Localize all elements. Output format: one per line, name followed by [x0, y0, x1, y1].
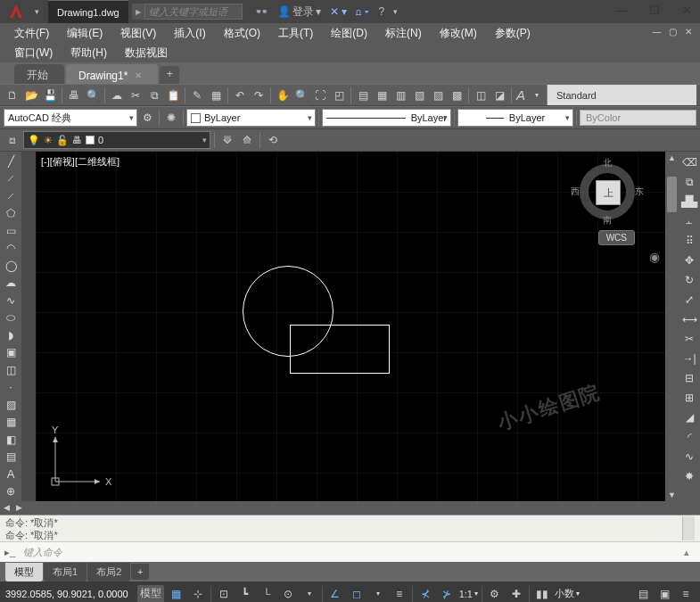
command-input[interactable]: 键入命令 — [20, 546, 684, 559]
gear2-icon[interactable]: ⚙ — [486, 585, 504, 603]
rotate-icon[interactable]: ↻ — [680, 271, 698, 289]
command-grip-icon[interactable]: ▴ — [684, 547, 700, 558]
ellipse-arc-icon[interactable]: ◗ — [2, 327, 20, 343]
polygon-icon[interactable]: ⬠ — [2, 206, 20, 222]
clean-screen-icon[interactable]: ▣ — [655, 585, 673, 603]
color-dropdown[interactable]: ByLayer▾ — [186, 109, 316, 127]
minimize-button[interactable]: — — [614, 4, 630, 17]
nav-bar-icon[interactable]: ◉ — [649, 250, 660, 264]
mdi-controls[interactable]: — ▢ ✕ — [652, 27, 695, 37]
help-chev-icon[interactable]: ▾ — [393, 7, 398, 16]
addsel-icon[interactable]: ⊕ — [2, 484, 20, 500]
circle-icon[interactable]: ◯ — [2, 258, 20, 274]
explode-icon[interactable]: ✸ — [680, 467, 698, 485]
status-coords[interactable]: 3992.0585, 90.9021, 0.0000 — [5, 589, 128, 599]
polar-icon[interactable]: ⊙ — [279, 585, 297, 603]
style-chev-icon[interactable]: ▾ — [528, 87, 546, 104]
join-icon[interactable]: ⊞ — [680, 389, 698, 407]
grid-toggle-icon[interactable]: ▦ — [168, 585, 185, 603]
polar-chev-icon[interactable]: ▾ — [301, 585, 318, 603]
trim-icon[interactable]: ✂ — [680, 330, 698, 348]
layer-mgr-icon[interactable]: ◫ — [472, 87, 490, 104]
redo-icon[interactable]: ↷ — [250, 87, 268, 104]
infer-icon[interactable]: ⊡ — [215, 585, 233, 603]
3dosnap-icon[interactable]: ≡ — [391, 585, 408, 603]
menu-item[interactable]: 插入(I) — [165, 23, 214, 44]
layer-props-icon[interactable]: ⧈ — [4, 131, 21, 149]
move-icon[interactable]: ✥ — [680, 252, 698, 269]
text-style-a-icon[interactable]: A — [515, 87, 527, 104]
gradient-icon[interactable]: ▦ — [2, 415, 20, 431]
new-icon[interactable]: 🗋 — [4, 87, 21, 104]
menu-item[interactable]: 视图(V) — [111, 23, 165, 44]
workspace-dropdown[interactable]: AutoCAD 经典▾ — [4, 109, 137, 127]
command-history[interactable]: 命令: *取消* 命令: *取消* — [0, 515, 700, 542]
ellipse-icon[interactable]: ⬭ — [2, 310, 20, 326]
calc-icon[interactable]: ▩ — [448, 87, 465, 104]
ortho-icon[interactable]: └ — [258, 585, 276, 603]
layout-tab-model[interactable]: 模型 — [5, 563, 43, 581]
close-tab-icon[interactable]: ✕ — [135, 70, 142, 80]
layout-tab-1[interactable]: 布局1 — [44, 563, 86, 581]
preview-icon[interactable]: 🔍 — [84, 87, 102, 104]
dyn-input-icon[interactable]: ┗ — [236, 585, 254, 603]
revcloud-icon[interactable]: ☁ — [2, 276, 20, 292]
wcs-badge[interactable]: WCS — [598, 230, 635, 245]
make-block-icon[interactable]: ◫ — [2, 362, 20, 378]
viewcube-north[interactable]: 北 — [603, 157, 612, 169]
view-label[interactable]: [-][俯视][二维线框] — [41, 155, 119, 169]
viewcube-east[interactable]: 东 — [635, 186, 644, 198]
point-icon[interactable]: · — [2, 380, 20, 396]
text-style-dropdown[interactable]: Standard — [547, 85, 696, 105]
layer-iso-icon[interactable]: ⟱ — [218, 131, 236, 149]
block-icon[interactable]: ▦ — [207, 87, 225, 104]
pline-icon[interactable]: ⟋ — [2, 188, 20, 204]
layer-uniso-icon[interactable]: ⟰ — [238, 131, 256, 149]
array-icon[interactable]: ⠿ — [680, 232, 698, 250]
menu-item[interactable]: 标注(N) — [376, 23, 431, 44]
menu-item[interactable]: 数据视图 — [116, 43, 177, 63]
search-play-icon[interactable]: ▶ — [132, 4, 144, 20]
layer-dropdown[interactable]: 💡 ☀ 🔓 🖶 0 ▾ — [23, 131, 210, 149]
menu-item[interactable]: 修改(M) — [431, 23, 486, 44]
sheet-icon[interactable]: ▧ — [410, 87, 428, 104]
quick-props-icon[interactable]: ▤ — [634, 585, 652, 603]
tab-drawing1[interactable]: Drawing1*✕ — [66, 64, 158, 84]
tab-start[interactable]: 开始 — [14, 64, 64, 84]
fillet-icon[interactable]: ◜ — [680, 428, 698, 446]
line-icon[interactable]: ╱ — [2, 153, 20, 169]
scale-icon[interactable]: ⤢ — [680, 291, 698, 309]
search-input[interactable]: 键入关键字或短语 — [144, 4, 243, 20]
anno-vis-icon[interactable]: ✚ — [507, 585, 525, 603]
menu-item[interactable]: 格式(O) — [215, 23, 269, 44]
zoom-win-icon[interactable]: ◰ — [330, 87, 348, 104]
status-model-button[interactable]: 模型 — [137, 585, 164, 603]
open-icon[interactable]: 📂 — [22, 87, 40, 104]
viewcube-west[interactable]: 西 — [571, 186, 580, 198]
undo-icon[interactable]: ↶ — [231, 87, 249, 104]
ucs-icon[interactable] — [48, 426, 111, 489]
properties-icon[interactable]: ▤ — [354, 87, 372, 104]
spline-icon[interactable]: ∿ — [2, 293, 20, 309]
vertical-scrollbar[interactable]: ▲▼ — [665, 152, 679, 501]
ws-sun-icon[interactable]: ✺ — [162, 109, 180, 127]
menu-item[interactable]: 窗口(W) — [5, 43, 62, 63]
publish-icon[interactable]: ☁ — [108, 87, 126, 104]
help-button[interactable]: ? — [378, 5, 384, 18]
lwt-icon[interactable]: ⊁ — [438, 585, 456, 603]
add-tab-button[interactable]: + — [160, 66, 179, 84]
linetype-dropdown[interactable]: ByLayer▾ — [322, 109, 451, 127]
maximize-button[interactable]: ☐ — [646, 4, 663, 17]
layer-prev-icon[interactable]: ⟲ — [264, 131, 282, 149]
mtext-icon[interactable]: A — [2, 466, 20, 482]
viewcube-south[interactable]: 南 — [603, 214, 612, 227]
osnap-chev-icon[interactable]: ▾ — [369, 585, 387, 603]
copy-icon[interactable]: ⧉ — [145, 87, 163, 104]
lineweight-dropdown[interactable]: ByLayer▾ — [457, 109, 573, 127]
break-icon[interactable]: ⊟ — [680, 369, 698, 387]
mirror-icon[interactable]: ▟▙ — [680, 193, 698, 210]
drawing-canvas[interactable]: [-][俯视][二维线框] 小小绘图院 X Y 上 北 南 东 — [36, 152, 665, 501]
view-cube[interactable]: 上 北 南 东 西 — [574, 159, 640, 225]
design-center-icon[interactable]: ▦ — [373, 87, 391, 104]
exchange-icon[interactable]: ✕ ▾ — [330, 5, 347, 18]
